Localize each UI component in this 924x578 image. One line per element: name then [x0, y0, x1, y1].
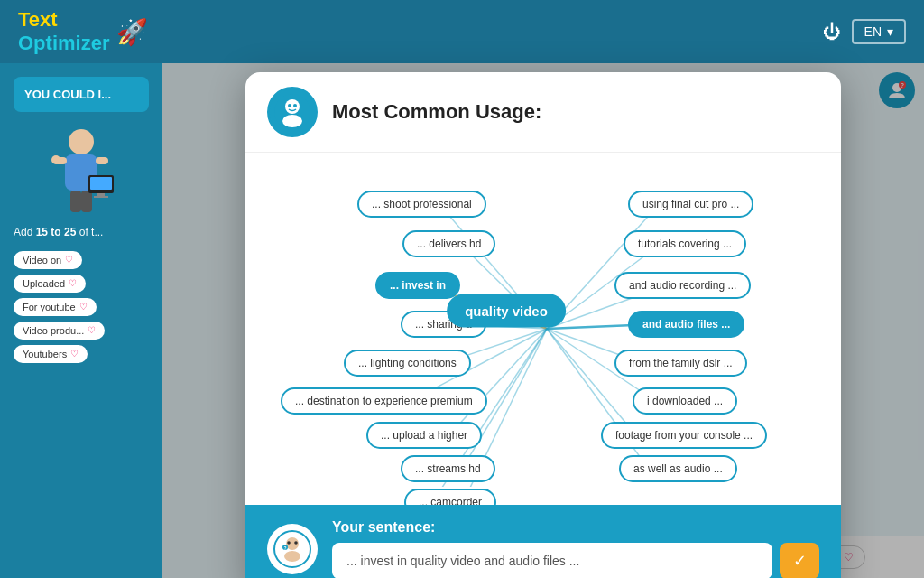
branch-node-footage[interactable]: footage from your console ...	[601, 422, 767, 449]
header: Text Optimizer 🚀 ⏻ EN ▾	[0, 0, 924, 63]
modal-overlay: Most Common Usage:	[162, 63, 924, 578]
svg-rect-5	[81, 191, 92, 212]
branch-node-finalcut[interactable]: using final cut pro ...	[628, 191, 753, 218]
svg-point-39	[284, 551, 300, 562]
branch-node-lighting[interactable]: ... lighting conditions	[344, 350, 471, 377]
branch-node-upload[interactable]: ... upload a higher	[366, 422, 482, 449]
footer-content: Your sentence: ✓	[332, 519, 819, 578]
center-node[interactable]: quality video	[447, 294, 566, 328]
language-selector[interactable]: EN ▾	[852, 19, 906, 44]
svg-point-6	[51, 155, 60, 164]
svg-rect-10	[94, 196, 108, 198]
sidebar-tag-uploaded[interactable]: Uploaded ♡	[14, 275, 86, 293]
modal-dialog: Most Common Usage:	[245, 72, 841, 578]
branch-node-streams[interactable]: ... streams hd	[401, 455, 495, 482]
modal-header: Most Common Usage:	[245, 72, 841, 153]
svg-point-40	[287, 541, 291, 545]
branch-node-aswell[interactable]: as well as audio ...	[619, 455, 737, 482]
modal-body: quality video ... shoot professional ...…	[245, 153, 841, 505]
power-button[interactable]: ⏻	[823, 22, 841, 42]
branch-node-tutorials[interactable]: tutorials covering ...	[624, 230, 746, 257]
header-right: ⏻ EN ▾	[823, 19, 906, 44]
logo-brand: Optimizer	[18, 32, 109, 54]
you-could-box: YOU COULD I...	[14, 77, 149, 112]
svg-rect-3	[96, 157, 108, 164]
svg-point-16	[282, 115, 302, 127]
svg-point-17	[288, 104, 291, 107]
svg-point-0	[69, 129, 94, 154]
sentence-input[interactable]	[332, 543, 772, 578]
sidebar-tag-youtubers[interactable]: Youtubers ♡	[14, 345, 88, 363]
branch-node-downloaded[interactable]: i downloaded ...	[633, 387, 737, 415]
modal-footer: ? Your sentence: ✓	[245, 505, 841, 578]
sentence-confirm-button[interactable]: ✓	[780, 543, 819, 578]
heart-icon: ♡	[88, 325, 96, 335]
branch-node-audiorecording[interactable]: and audio recording ...	[614, 272, 751, 299]
sidebar-person	[14, 126, 149, 216]
lang-label: EN	[864, 24, 882, 39]
avatar-icon	[273, 92, 312, 132]
svg-point-18	[293, 104, 297, 107]
heart-icon: ♡	[65, 255, 73, 265]
mindmap-container: quality video ... shoot professional ...…	[267, 171, 819, 487]
modal-title: Most Common Usage:	[332, 100, 541, 124]
right-panel: ?	[162, 63, 924, 578]
branch-node-delivers[interactable]: ... delivers hd	[402, 230, 495, 257]
svg-point-41	[294, 541, 298, 545]
logo-rocket-icon: 🚀	[116, 17, 148, 47]
you-could-label: YOU COULD I...	[24, 88, 111, 101]
branch-node-camcorder[interactable]: ... camcorder	[404, 489, 496, 505]
svg-point-15	[285, 99, 300, 114]
your-sentence-label: Your sentence:	[332, 519, 819, 536]
left-panel: YOU COULD I... Add 15 to 25 of t...	[0, 63, 162, 578]
branch-node-audiofiles[interactable]: and audio files ...	[628, 311, 744, 338]
logo-text: Text Optimizer	[18, 8, 109, 55]
heart-icon: ♡	[79, 302, 88, 312]
lang-chevron-icon: ▾	[887, 24, 893, 39]
sidebar-tag-videoprodu[interactable]: Video produ... ♡	[14, 322, 105, 340]
sidebar-tags: Video on ♡ Uploaded ♡ For youtube ♡ Vide…	[14, 251, 149, 363]
sentence-input-row: ✓	[332, 543, 819, 578]
logo-text-top: Text	[18, 8, 58, 31]
logo-area: Text Optimizer 🚀	[18, 8, 148, 55]
person-illustration	[45, 126, 117, 216]
heart-icon: ♡	[70, 349, 79, 359]
footer-avatar-icon: ?	[273, 529, 312, 569]
main-content: YOU COULD I... Add 15 to 25 of t...	[0, 63, 924, 578]
svg-rect-9	[97, 193, 105, 196]
footer-avatar: ?	[267, 524, 318, 574]
svg-text:?: ?	[283, 545, 286, 551]
branch-node-destination[interactable]: ... destination to experience premium	[281, 387, 487, 415]
branch-node-shoot[interactable]: ... shoot professional	[357, 191, 486, 218]
svg-rect-8	[90, 177, 112, 190]
sidebar-tag-foryoutube[interactable]: For youtube ♡	[14, 298, 97, 316]
branch-node-familydslr[interactable]: from the family dslr ...	[614, 350, 747, 377]
modal-avatar	[267, 87, 318, 137]
heart-icon: ♡	[69, 278, 77, 288]
sidebar-tag-videoon[interactable]: Video on ♡	[14, 251, 82, 269]
svg-rect-4	[70, 191, 81, 212]
add-count-text: Add 15 to 25 of t...	[14, 225, 149, 240]
confirm-check-icon: ✓	[793, 551, 807, 571]
branch-node-invest[interactable]: ... invest in	[375, 272, 460, 299]
